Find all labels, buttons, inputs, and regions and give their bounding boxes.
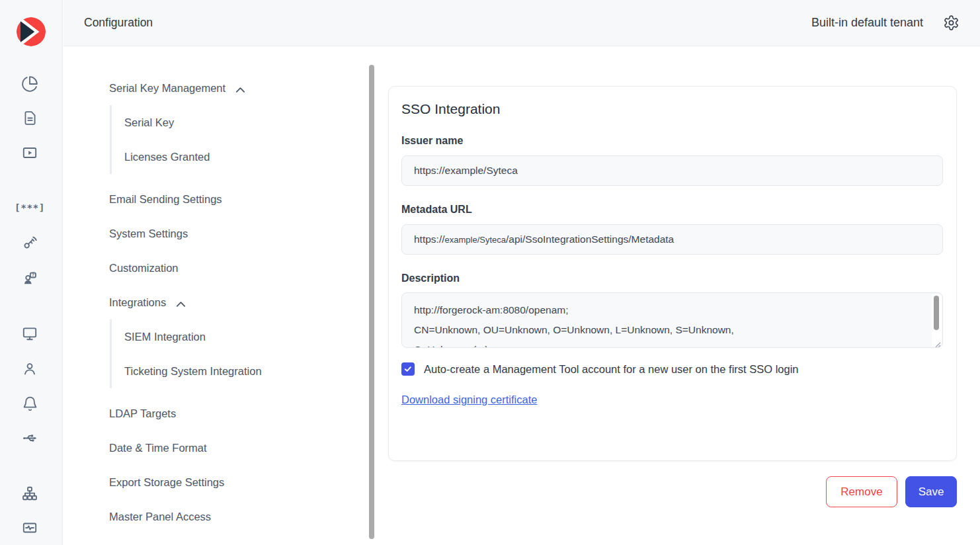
nav-item-system-settings[interactable]: System Settings bbox=[109, 216, 364, 251]
tenant-label: Built-in default tenant bbox=[811, 16, 923, 30]
nav-item-date-time-format[interactable]: Date & Time Format bbox=[109, 431, 364, 465]
issuer-name-input[interactable]: https://example/Syteca bbox=[401, 155, 943, 186]
rail-item-secrets[interactable]: [***] bbox=[17, 194, 43, 221]
page-title: Configuration bbox=[84, 16, 153, 30]
nav-item-customization[interactable]: Customization bbox=[109, 251, 364, 285]
rail-item-organization[interactable] bbox=[17, 480, 43, 507]
remove-button[interactable]: Remove bbox=[826, 476, 897, 507]
sitemap-icon bbox=[21, 485, 38, 502]
description-label: Description bbox=[401, 272, 943, 284]
issuer-name-value: https://example/Syteca bbox=[414, 165, 518, 177]
pie-chart-icon bbox=[21, 75, 38, 93]
key-signal-icon bbox=[21, 234, 38, 251]
syteca-logo[interactable] bbox=[16, 17, 46, 47]
metadata-url-label: Metadata URL bbox=[401, 204, 943, 216]
nav-item-integrations[interactable]: Integrations bbox=[109, 285, 364, 319]
secrets-icon: [***] bbox=[15, 202, 45, 213]
monitor-icon bbox=[21, 325, 38, 342]
nav-item-label: Serial Key bbox=[124, 116, 174, 129]
textarea-resize-handle[interactable] bbox=[934, 339, 941, 346]
rail-item-system-health[interactable] bbox=[17, 515, 43, 541]
app-sidebar-rail: [***] ? bbox=[0, 0, 63, 545]
nav-item-label: Licenses Granted bbox=[124, 151, 210, 163]
monitor-pulse-icon bbox=[21, 519, 38, 536]
nav-item-label: Date & Time Format bbox=[109, 442, 207, 454]
nav-item-master-panel-access[interactable]: Master Panel Access bbox=[109, 499, 364, 534]
nav-subgroup-integrations: SIEM Integration Ticketing System Integr… bbox=[110, 319, 364, 388]
user-question-icon: ? bbox=[21, 270, 38, 287]
rail-item-workstations[interactable] bbox=[17, 320, 43, 347]
header-right: Built-in default tenant bbox=[811, 14, 960, 32]
content-scrollbar[interactable] bbox=[369, 65, 374, 539]
chevron-up-icon bbox=[175, 298, 186, 306]
rail-item-reports[interactable] bbox=[17, 105, 43, 131]
gear-icon bbox=[943, 15, 960, 31]
nav-item-label: LDAP Targets bbox=[109, 407, 176, 420]
description-textarea[interactable]: http://forgerock-am:8080/openam; CN=Unkn… bbox=[401, 292, 943, 348]
svg-text:?: ? bbox=[32, 272, 34, 277]
rail-item-usb-devices[interactable] bbox=[17, 425, 43, 451]
rail-item-dashboard[interactable] bbox=[17, 71, 43, 97]
rail-item-sessions[interactable] bbox=[17, 140, 43, 166]
nav-item-label: Master Panel Access bbox=[109, 511, 211, 523]
issuer-name-label: Issuer name bbox=[401, 135, 943, 147]
usb-icon bbox=[21, 429, 39, 447]
nav-item-label: Export Storage Settings bbox=[109, 476, 224, 489]
syteca-logo-icon bbox=[16, 17, 46, 47]
nav-subgroup-serial-key: Serial Key Licenses Granted bbox=[110, 105, 364, 174]
video-player-icon bbox=[21, 144, 38, 161]
download-signing-certificate-link[interactable]: Download signing certificate bbox=[401, 394, 537, 406]
auto-create-account-checkbox[interactable] bbox=[401, 362, 415, 376]
card-actions: Remove Save bbox=[826, 476, 957, 507]
auto-create-account-label: Auto-create a Management Tool account fo… bbox=[424, 363, 799, 376]
user-icon bbox=[21, 360, 38, 377]
nav-item-label: Email Sending Settings bbox=[109, 193, 222, 206]
nav-item-label: Ticketing System Integration bbox=[124, 365, 262, 378]
top-header: Configuration Built-in default tenant bbox=[63, 0, 980, 46]
auto-create-account-row[interactable]: Auto-create a Management Tool account fo… bbox=[401, 362, 943, 376]
nav-item-export-storage-settings[interactable]: Export Storage Settings bbox=[109, 465, 364, 499]
bell-icon bbox=[22, 396, 38, 412]
sso-integration-card: SSO Integration Issuer name https://exam… bbox=[388, 86, 957, 461]
description-text: http://forgerock-am:8080/openam; CN=Unkn… bbox=[402, 293, 942, 348]
nav-item-label: Serial Key Management bbox=[109, 82, 225, 95]
check-icon bbox=[403, 364, 413, 374]
chevron-up-icon bbox=[235, 84, 246, 92]
metadata-url-value: https://example/Syteca/api/SsoIntegratio… bbox=[414, 233, 674, 245]
document-icon bbox=[22, 110, 38, 126]
nav-item-label: Integrations bbox=[109, 296, 166, 309]
nav-item-serial-key[interactable]: Serial Key bbox=[124, 105, 364, 140]
nav-item-label: System Settings bbox=[109, 228, 188, 240]
nav-item-serial-key-management[interactable]: Serial Key Management bbox=[109, 71, 364, 105]
nav-item-ldap-targets[interactable]: LDAP Targets bbox=[109, 396, 364, 431]
nav-item-siem-integration[interactable]: SIEM Integration bbox=[124, 319, 364, 354]
nav-item-label: SIEM Integration bbox=[124, 331, 206, 343]
configuration-nav: Serial Key Management Serial Key License… bbox=[109, 71, 364, 534]
rail-item-password-management[interactable] bbox=[17, 230, 43, 256]
nav-item-licenses-granted[interactable]: Licenses Granted bbox=[124, 140, 364, 174]
rail-item-alerts[interactable] bbox=[17, 390, 43, 417]
nav-item-email-sending-settings[interactable]: Email Sending Settings bbox=[109, 182, 364, 216]
textarea-scrollbar-thumb[interactable] bbox=[934, 296, 939, 330]
nav-item-label: Customization bbox=[109, 262, 179, 274]
rail-item-access-requests[interactable]: ? bbox=[17, 265, 43, 292]
rail-item-users[interactable] bbox=[17, 355, 43, 382]
nav-item-ticketing-system-integration[interactable]: Ticketing System Integration bbox=[124, 354, 364, 388]
settings-button[interactable] bbox=[942, 14, 960, 32]
card-title: SSO Integration bbox=[401, 101, 943, 117]
save-button[interactable]: Save bbox=[905, 476, 957, 507]
metadata-url-input[interactable]: https://example/Syteca/api/SsoIntegratio… bbox=[401, 224, 943, 255]
